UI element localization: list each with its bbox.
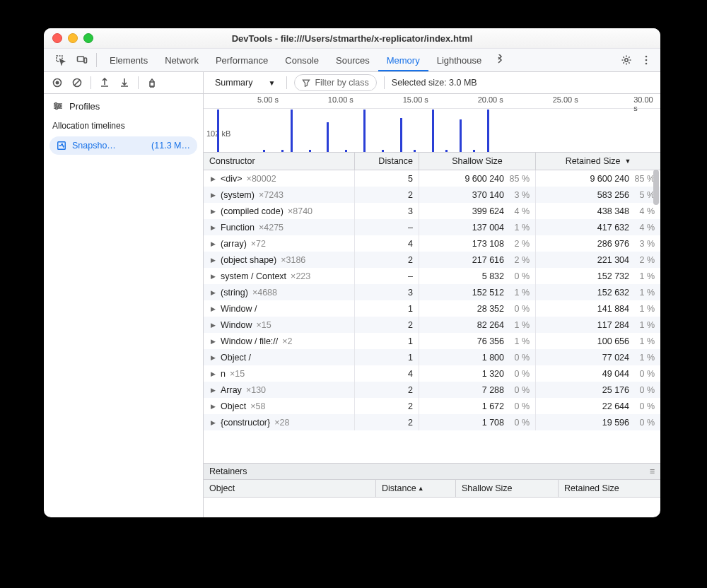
expand-icon[interactable]: ▶ — [209, 370, 216, 377]
expand-icon[interactable]: ▶ — [209, 175, 216, 182]
row-count: ×130 — [246, 385, 266, 395]
scrollbar-thumb[interactable] — [653, 170, 659, 205]
timeline-tick: 20.00 s — [478, 95, 503, 104]
tab-elements[interactable]: Elements — [101, 49, 156, 71]
expand-icon[interactable]: ▶ — [209, 419, 216, 426]
timeline-spike — [363, 110, 366, 152]
scrollbar[interactable] — [652, 170, 660, 463]
maximize-icon[interactable] — [83, 33, 93, 43]
row-shallow-pct: 0 % — [506, 401, 530, 411]
row-shallow-pct: 1 % — [506, 223, 530, 233]
row-retained: 286 976 — [597, 239, 629, 249]
import-icon[interactable] — [117, 75, 132, 90]
window-controls — [44, 33, 93, 43]
row-distance: 2 — [408, 401, 413, 411]
expand-icon[interactable]: ▶ — [209, 354, 216, 361]
profiles-label: Profiles — [69, 101, 100, 112]
minimize-icon[interactable] — [68, 33, 78, 43]
tab-lighthouse[interactable]: Lighthouse — [428, 49, 491, 71]
timeline[interactable]: 5.00 s10.00 s15.00 s20.00 s25.00 s30.00 … — [204, 94, 660, 153]
ret-col-shallow[interactable]: Shallow Size — [456, 480, 559, 497]
settings-icon[interactable] — [617, 54, 636, 66]
row-distance: 2 — [408, 418, 413, 428]
row-distance: 2 — [408, 190, 413, 200]
table-row[interactable]: ▶system / Context ×223–5 8320 %152 7321 … — [204, 268, 660, 284]
table-row[interactable]: ▶<div> ×8000259 600 24085 %9 600 24085 % — [204, 170, 660, 187]
kebab-icon[interactable] — [636, 54, 656, 66]
tab-console[interactable]: Console — [276, 49, 327, 71]
table-row[interactable]: ▶(object shape) ×31862217 6162 %221 3042… — [204, 252, 660, 268]
row-name: Object — [221, 401, 246, 411]
expand-icon[interactable]: ▶ — [209, 240, 216, 247]
row-retained: 438 348 — [597, 206, 629, 216]
row-count: ×4688 — [252, 288, 277, 298]
expand-icon[interactable]: ▶ — [209, 289, 216, 296]
tab-performance[interactable]: Performance — [207, 49, 276, 71]
ITEM-col-object[interactable]: Object — [204, 480, 376, 497]
expand-icon[interactable]: ▶ — [209, 322, 216, 329]
row-retained-pct: 3 % — [631, 239, 655, 249]
table-row[interactable]: ▶(array) ×724173 1082 %286 9763 % — [204, 235, 660, 252]
more-tabs-icon[interactable] — [491, 49, 510, 71]
row-name: n — [221, 369, 226, 379]
row-shallow-pct: 0 % — [506, 418, 530, 428]
col-distance[interactable]: Distance — [355, 153, 419, 170]
table-row[interactable]: ▶Function ×4275–137 0041 %417 6324 % — [204, 219, 660, 235]
table-row[interactable]: ▶{constructor} ×2821 7080 %19 5960 % — [204, 414, 660, 430]
col-constructor[interactable]: Constructor — [204, 153, 355, 170]
timeline-dot — [473, 150, 475, 152]
expand-icon[interactable]: ▶ — [209, 257, 216, 264]
row-retained-pct: 1 % — [631, 336, 655, 346]
timeline-dot — [445, 150, 448, 152]
expand-icon[interactable]: ▶ — [209, 338, 216, 345]
inspect-icon[interactable] — [51, 49, 71, 71]
expand-icon[interactable]: ▶ — [209, 208, 216, 215]
class-filter[interactable]: Filter by class — [294, 74, 376, 91]
close-icon[interactable] — [52, 33, 62, 43]
tab-network[interactable]: Network — [156, 49, 207, 71]
export-icon[interactable] — [97, 75, 112, 90]
profiles-header[interactable]: Profiles — [44, 94, 203, 118]
table-row[interactable]: ▶(string) ×46883152 5121 %152 6321 % — [204, 284, 660, 300]
table-row[interactable]: ▶(compiled code) ×87403399 6244 %438 348… — [204, 203, 660, 219]
table-row[interactable]: ▶Object ×5821 6720 %22 6440 % — [204, 398, 660, 414]
record-icon[interactable] — [49, 75, 65, 90]
expand-icon[interactable]: ▶ — [209, 224, 216, 231]
retainers-header: Object Distance▲ Shallow Size Retained S… — [204, 480, 660, 498]
expand-icon[interactable]: ▶ — [209, 403, 216, 410]
tab-memory[interactable]: Memory — [378, 49, 428, 71]
row-retained: 221 304 — [597, 255, 629, 265]
col-retained[interactable]: Retained Size▼ — [536, 153, 660, 170]
row-count: ×72 — [251, 239, 266, 249]
expand-icon[interactable]: ▶ — [209, 387, 216, 394]
table-row[interactable]: ▶Object /11 8000 %77 0241 % — [204, 349, 660, 365]
row-shallow: 137 004 — [472, 223, 504, 233]
ret-col-distance[interactable]: Distance▲ — [376, 480, 456, 497]
ret-col-retained[interactable]: Retained Size — [559, 480, 660, 497]
device-icon[interactable] — [72, 49, 92, 71]
svg-point-13 — [59, 105, 61, 107]
table-row[interactable]: ▶Window ×15282 2641 %117 2841 % — [204, 317, 660, 333]
table-row[interactable]: ▶Array ×13027 2880 %25 1760 % — [204, 382, 660, 398]
table-row[interactable]: ▶Window /128 3520 %141 8841 % — [204, 300, 660, 317]
gc-icon[interactable] — [144, 75, 160, 90]
table-row[interactable]: ▶(system) ×72432370 1403 %583 2565 % — [204, 187, 660, 203]
row-shallow: 1 320 — [482, 369, 504, 379]
view-select[interactable]: Summary ▼ — [211, 78, 279, 88]
table-body[interactable]: ▶<div> ×8000259 600 24085 %9 600 24085 %… — [204, 170, 660, 463]
clear-icon[interactable] — [69, 75, 85, 90]
tab-sources[interactable]: Sources — [327, 49, 378, 71]
retainers-title: Retainers — [209, 466, 247, 476]
sidebar-item-snapshot[interactable]: Snapsho… (11.3 M… — [49, 136, 197, 155]
row-name: (compiled code) — [221, 206, 284, 216]
timeline-dot — [345, 150, 347, 152]
table-row[interactable]: ▶Window / file:// ×2176 3561 %100 6561 % — [204, 333, 660, 349]
retainers-menu-icon[interactable]: ≡ — [650, 466, 655, 476]
expand-icon[interactable]: ▶ — [209, 305, 216, 312]
row-count: ×4275 — [259, 223, 284, 233]
col-shallow[interactable]: Shallow Size — [419, 153, 536, 170]
expand-icon[interactable]: ▶ — [209, 192, 216, 199]
expand-icon[interactable]: ▶ — [209, 273, 216, 280]
table-row[interactable]: ▶n ×1541 3200 %49 0440 % — [204, 365, 660, 382]
row-shallow-pct: 1 % — [506, 320, 530, 330]
